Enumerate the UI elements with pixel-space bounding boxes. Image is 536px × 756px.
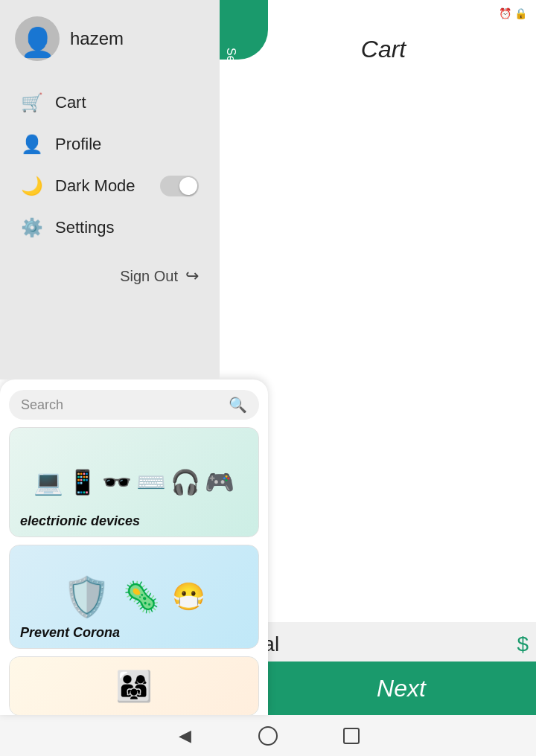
total-value: $ [517,632,536,656]
navigation-drawer: 👤 hazem 🛒 Cart 👤 Profile 🌙 Dark Mode ⚙️ … [0,0,220,379]
moon-icon: 🌙 [21,176,42,196]
vr-icon: 🕶️ [102,468,132,496]
search-bar[interactable]: Search 🔍 [9,390,259,420]
recents-icon [343,728,360,744]
shield-icon: 🛡️ [63,574,111,620]
bottom-app-sheet: Search 🔍 💻 📱 🕶️ ⌨️ 🎧 🎮 electrionic devic… [0,379,268,715]
search-placeholder: Search [21,397,223,413]
settings-icon: ⚙️ [21,217,42,238]
tablet-icon: 📱 [68,468,98,496]
family-category-card[interactable]: 👨‍👩‍👧 [9,656,259,715]
drawer-item-darkmode[interactable]: 🌙 Dark Mode [0,165,220,207]
corona-category-card[interactable]: 🛡️ 🦠 😷 Prevent Corona [9,545,259,649]
cart-title-area: Cart [231,27,536,71]
home-button[interactable] [256,724,280,748]
mask-icon: 😷 [172,581,205,612]
electronics-category-card[interactable]: 💻 📱 🕶️ ⌨️ 🎧 🎮 electrionic devices [9,427,259,537]
keyboard-icon: ⌨️ [136,468,166,496]
lock-icon: 🔒 [514,7,527,19]
laptop-icon: 💻 [34,468,63,496]
username-label: hazem [70,28,124,49]
family-illustration: 👨‍👩‍👧 [10,657,258,715]
avatar-icon: 👤 [20,26,55,59]
next-button[interactable]: Next [267,662,536,715]
darkmode-menu-label: Dark Mode [55,176,135,196]
virus-icon: 🦠 [123,580,160,615]
drawer-menu: 🛒 Cart 👤 Profile 🌙 Dark Mode ⚙️ Settings [0,74,220,256]
android-nav-bar: ◀ [0,715,536,756]
recents-button[interactable] [339,724,363,748]
settings-menu-label: Settings [55,218,115,237]
profile-menu-label: Profile [55,135,101,154]
family-icon: 👨‍👩‍👧 [115,669,153,704]
sign-out-label: Sign Out [120,268,178,285]
headphone-icon: 🎧 [170,468,200,496]
avatar: 👤 [15,16,60,61]
home-circle-icon [258,726,278,746]
toggle-thumb [179,177,197,195]
sign-out-icon: ↪ [185,266,199,286]
profile-icon: 👤 [21,134,42,155]
alarm-icon: ⏰ [499,7,511,19]
drawer-user-section: 👤 hazem [0,0,220,74]
electronics-label: electrionic devices [20,513,140,529]
corona-label: Prevent Corona [20,625,120,641]
system-icons: ⏰ 🔒 [499,7,527,19]
status-bar: 4G 📶 ⏰ 🔒 [231,0,536,27]
total-area: otal $ [231,622,536,667]
sign-out-row[interactable]: Sign Out ↪ [0,256,220,296]
search-rotated-label: Search [224,48,237,86]
back-icon: ◀ [179,726,191,746]
darkmode-toggle[interactable] [160,176,199,196]
drawer-item-settings[interactable]: ⚙️ Settings [0,207,220,249]
cart-icon: 🛒 [21,92,42,113]
drawer-item-profile[interactable]: 👤 Profile [0,124,220,165]
cart-title: Cart [361,36,406,63]
drawer-item-cart[interactable]: 🛒 Cart [0,82,220,124]
back-button[interactable]: ◀ [173,724,197,748]
gamepad-icon: 🎮 [205,468,234,496]
next-button-label: Next [377,675,426,702]
search-icon: 🔍 [229,396,247,414]
cart-menu-label: Cart [55,93,86,112]
